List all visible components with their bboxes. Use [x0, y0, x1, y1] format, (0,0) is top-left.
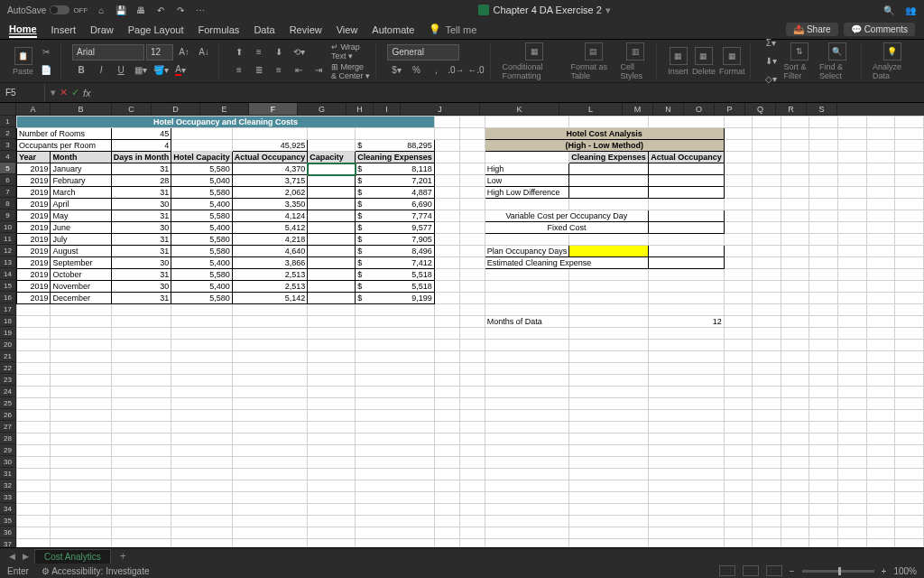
accept-icon[interactable]: ✓ — [71, 87, 79, 98]
number-format[interactable] — [387, 44, 459, 61]
row-12[interactable]: 12 — [0, 245, 16, 256]
formula-input[interactable] — [97, 88, 924, 98]
row-36[interactable]: 36 — [0, 527, 16, 538]
row-28[interactable]: 28 — [0, 433, 16, 444]
row-8[interactable]: 8 — [0, 198, 16, 210]
borders-icon[interactable]: ▦▾ — [132, 62, 150, 79]
col-A[interactable]: A — [16, 103, 51, 116]
row-16[interactable]: 16 — [0, 292, 16, 303]
fill-color-icon[interactable]: 🪣▾ — [152, 62, 170, 79]
col-N[interactable]: N — [653, 103, 684, 116]
sheet-nav-prev-icon[interactable]: ◀ — [7, 552, 17, 561]
share-icon[interactable]: 👥 — [904, 5, 917, 15]
decrease-decimal-icon[interactable]: ←.0 — [467, 62, 485, 79]
zoom-level[interactable]: 100% — [893, 566, 917, 576]
row-24[interactable]: 24 — [0, 386, 16, 397]
col-D[interactable]: D — [152, 103, 200, 116]
wrap-text-button[interactable]: ↵ Wrap Text ▾ — [331, 42, 370, 61]
accessibility-status[interactable]: ⚙ Accessibility: Investigate — [42, 566, 150, 576]
autosum-icon[interactable]: Σ▾ — [762, 35, 780, 51]
sheet-tab[interactable]: Cost Analytics — [34, 549, 111, 564]
col-S[interactable]: S — [807, 103, 837, 116]
select-all-corner[interactable] — [0, 103, 16, 116]
undo-icon[interactable]: ↶ — [154, 5, 167, 15]
zoom-slider[interactable] — [802, 570, 874, 573]
tab-review[interactable]: Review — [290, 23, 322, 37]
tab-draw[interactable]: Draw — [90, 23, 114, 37]
font-color-icon[interactable]: A▾ — [171, 62, 189, 79]
indent-increase-icon[interactable]: ⇥ — [310, 62, 328, 79]
col-J[interactable]: J — [401, 103, 480, 116]
sort-filter-button[interactable]: ⇅Sort & Filter — [783, 42, 816, 80]
col-M[interactable]: M — [623, 103, 653, 116]
home-icon[interactable]: ⌂ — [95, 5, 107, 15]
row-4[interactable]: 4 — [0, 151, 16, 163]
comments-button[interactable]: 💬 Comments — [844, 23, 915, 36]
page-layout-view-icon[interactable] — [743, 565, 759, 576]
row-6[interactable]: 6 — [0, 174, 16, 186]
row-23[interactable]: 23 — [0, 374, 16, 386]
col-Q[interactable]: Q — [745, 103, 776, 116]
find-select-button[interactable]: 🔍Find & Select — [819, 42, 855, 80]
row-1[interactable]: 1 — [0, 116, 16, 127]
col-I[interactable]: I — [374, 103, 401, 116]
normal-view-icon[interactable] — [719, 565, 735, 576]
save-icon[interactable]: 💾 — [115, 5, 127, 15]
tab-data[interactable]: Data — [254, 23, 274, 37]
name-box[interactable]: F5 — [0, 83, 45, 102]
tab-automate[interactable]: Automate — [372, 23, 414, 37]
row-34[interactable]: 34 — [0, 503, 16, 515]
row-5[interactable]: 5 — [0, 163, 16, 174]
row-25[interactable]: 25 — [0, 397, 16, 409]
fx-icon[interactable]: fx — [83, 88, 91, 98]
align-center-icon[interactable]: ≣ — [250, 62, 268, 79]
row-33[interactable]: 33 — [0, 491, 16, 503]
tab-home[interactable]: Home — [9, 22, 37, 38]
row-9[interactable]: 9 — [0, 210, 16, 221]
format-table-button[interactable]: ▤Format as Table — [570, 42, 616, 80]
grid[interactable]: A B C D E F G H I J K L M N O P Q R S 12… — [0, 103, 924, 547]
paste-button[interactable]: 📋Paste — [13, 47, 33, 76]
print-icon[interactable]: 🖶 — [134, 5, 147, 15]
row-37[interactable]: 37 — [0, 538, 16, 547]
comma-icon[interactable]: , — [427, 62, 445, 79]
tab-insert[interactable]: Insert — [51, 23, 77, 37]
format-cells-button[interactable]: ▦Format — [719, 47, 745, 76]
increase-font-icon[interactable]: A↑ — [175, 44, 193, 61]
row-26[interactable]: 26 — [0, 409, 16, 421]
row-32[interactable]: 32 — [0, 480, 16, 491]
page-break-view-icon[interactable] — [766, 565, 782, 576]
row-30[interactable]: 30 — [0, 456, 16, 468]
tab-formulas[interactable]: Formulas — [199, 23, 240, 37]
row-31[interactable]: 31 — [0, 468, 16, 480]
align-middle-icon[interactable]: ≡ — [250, 44, 268, 61]
row-27[interactable]: 27 — [0, 421, 16, 433]
increase-decimal-icon[interactable]: .0→ — [447, 62, 465, 79]
zoom-in-icon[interactable]: + — [882, 566, 887, 576]
copy-icon[interactable]: 📄 — [37, 62, 55, 79]
font-size[interactable] — [146, 44, 173, 61]
share-button[interactable]: 📤 Share — [786, 23, 838, 36]
clear-icon[interactable]: ◇▾ — [762, 71, 780, 88]
bold-icon[interactable]: B — [72, 62, 90, 79]
tab-page-layout[interactable]: Page Layout — [128, 23, 184, 37]
search-icon[interactable]: 🔍 — [882, 5, 895, 15]
col-H[interactable]: H — [346, 103, 374, 116]
col-G[interactable]: G — [298, 103, 346, 116]
col-O[interactable]: O — [684, 103, 715, 116]
zoom-out-icon[interactable]: − — [790, 566, 795, 576]
conditional-formatting-button[interactable]: ▦Conditional Formatting — [502, 42, 567, 80]
col-B[interactable]: B — [51, 103, 112, 116]
row-2[interactable]: 2 — [0, 127, 16, 139]
cancel-icon[interactable]: ✕ — [60, 87, 68, 98]
delete-cells-button[interactable]: ▦Delete — [692, 47, 716, 76]
row-14[interactable]: 14 — [0, 268, 16, 280]
col-P[interactable]: P — [715, 103, 745, 116]
row-13[interactable]: 13 — [0, 256, 16, 268]
align-top-icon[interactable]: ⬆ — [230, 44, 248, 61]
more-icon[interactable]: ⋯ — [194, 5, 207, 15]
col-K[interactable]: K — [480, 103, 559, 116]
row-22[interactable]: 22 — [0, 362, 16, 374]
insert-cells-button[interactable]: ▦Insert — [668, 47, 688, 76]
row-15[interactable]: 15 — [0, 280, 16, 292]
